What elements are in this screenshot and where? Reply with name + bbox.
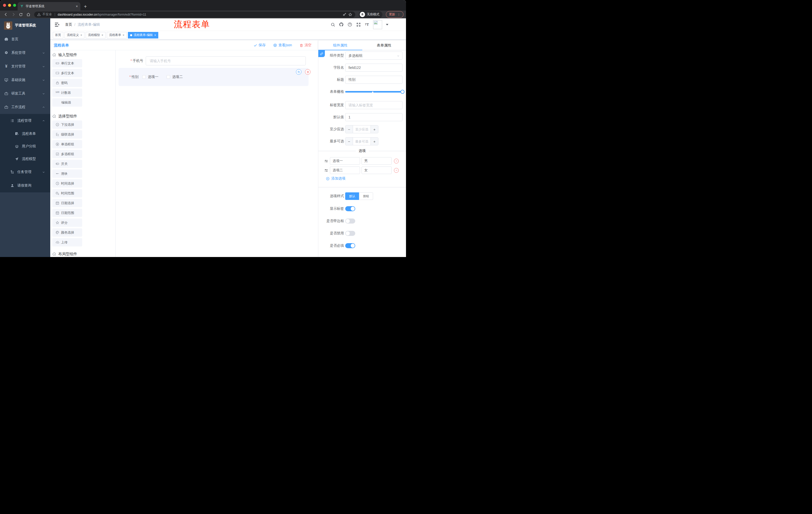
decrease-button[interactable]: −: [345, 138, 353, 145]
sidebar-item-process-mgmt[interactable]: 流程管理: [0, 114, 50, 128]
tab-component-props[interactable]: 组件属性: [318, 40, 362, 50]
github-icon[interactable]: [339, 22, 344, 27]
tag-close-icon[interactable]: ×: [80, 33, 82, 37]
required-toggle[interactable]: [345, 243, 355, 248]
increase-button[interactable]: +: [371, 138, 378, 145]
option-label-input[interactable]: [330, 157, 360, 165]
breadcrumb-home[interactable]: 首页: [65, 22, 72, 27]
slider-handle[interactable]: [401, 90, 405, 94]
minimize-window-button[interactable]: [8, 4, 11, 7]
component-rate[interactable]: 评分: [52, 218, 82, 227]
default-value-input[interactable]: [345, 113, 403, 121]
remove-option-button[interactable]: [394, 168, 399, 173]
sidebar-item-devtools[interactable]: 研发工具: [0, 87, 50, 100]
tag-close-icon[interactable]: ×: [102, 33, 103, 37]
sidebar-item-payment[interactable]: ¥ 支付管理: [0, 60, 50, 73]
add-option-button[interactable]: 添加选项: [326, 176, 406, 181]
component-time-range[interactable]: 时间范围: [52, 189, 82, 197]
tag-process-model[interactable]: 流程模型 ×: [86, 32, 106, 38]
forward-icon[interactable]: [10, 11, 17, 18]
option-value-input[interactable]: [361, 157, 392, 165]
component-select[interactable]: 下拉选择: [52, 120, 82, 129]
canvas-field-phone[interactable]: *手机号: [119, 56, 309, 65]
tag-process-definition[interactable]: 流程定义 ×: [64, 32, 84, 38]
sidebar-logo[interactable]: 芋道管理系统: [0, 18, 50, 32]
sidebar-item-system[interactable]: 系统管理: [0, 46, 50, 60]
gender-option1-checkbox[interactable]: 选项一: [142, 75, 158, 79]
fullscreen-icon[interactable]: [356, 22, 361, 27]
remove-option-button[interactable]: [394, 159, 399, 163]
option-value-input[interactable]: [361, 166, 392, 174]
font-size-icon[interactable]: TT: [365, 22, 369, 27]
gender-option2-checkbox[interactable]: 选项二: [167, 75, 183, 79]
title-input[interactable]: [345, 76, 403, 84]
component-time-picker[interactable]: 时间选择: [52, 179, 82, 188]
security-warning-icon[interactable]: [37, 13, 41, 16]
style-button-button[interactable]: 按钮: [359, 192, 373, 200]
component-counter[interactable]: 123 计数器: [52, 88, 82, 97]
max-select-input[interactable]: [353, 138, 371, 145]
update-button[interactable]: 更新 ⋮: [386, 11, 404, 18]
style-default-button[interactable]: 默认: [345, 192, 359, 200]
border-toggle[interactable]: [345, 218, 355, 223]
password-key-icon[interactable]: [343, 12, 346, 16]
form-grid-slider[interactable]: [345, 88, 403, 96]
label-width-input[interactable]: [345, 101, 403, 109]
component-checkbox-group[interactable]: 多选框组: [52, 150, 82, 158]
show-label-toggle[interactable]: [345, 206, 355, 211]
field-name-input[interactable]: [345, 64, 403, 72]
component-upload[interactable]: 上传: [52, 238, 82, 246]
sidebar-item-process-form[interactable]: 流程表单: [0, 128, 50, 140]
sidebar-item-home[interactable]: 首页: [0, 32, 50, 46]
save-button[interactable]: 保存: [254, 43, 266, 48]
link-icon[interactable]: [318, 50, 325, 57]
component-multi-text[interactable]: 多行文本: [52, 69, 82, 77]
slider-track[interactable]: [345, 91, 403, 92]
component-slider[interactable]: 滑块: [52, 169, 82, 178]
sidebar-item-infra[interactable]: 基础设施: [0, 73, 50, 87]
component-date-range[interactable]: 日期范围: [52, 209, 82, 217]
disabled-toggle[interactable]: [345, 231, 355, 236]
tag-home[interactable]: 首页: [53, 32, 63, 38]
option-label-input[interactable]: [330, 166, 360, 174]
component-password[interactable]: 密码: [52, 79, 82, 87]
home-icon[interactable]: [25, 11, 32, 18]
avatar[interactable]: [373, 20, 382, 29]
address-bar[interactable]: 不安全 dashboard.yudao.iocoder.cn/bpm/manag…: [34, 11, 355, 18]
duplicate-component-button[interactable]: [296, 69, 301, 75]
view-json-button[interactable]: 查看json: [273, 43, 292, 48]
phone-input[interactable]: [146, 56, 306, 65]
component-switch[interactable]: 开关: [52, 160, 82, 168]
clear-button[interactable]: 清空: [299, 43, 312, 48]
tag-close-icon[interactable]: ×: [123, 33, 124, 37]
new-tab-button[interactable]: +: [84, 4, 87, 9]
tab-close-icon[interactable]: ×: [76, 4, 78, 8]
drag-handle-icon[interactable]: [324, 168, 328, 172]
bookmark-star-icon[interactable]: [348, 12, 352, 17]
search-icon[interactable]: [330, 22, 335, 27]
component-single-text[interactable]: 单行文本: [52, 59, 82, 67]
component-color-picker[interactable]: 颜色选择: [52, 228, 82, 237]
component-date-picker[interactable]: 日期选择: [52, 199, 82, 207]
decrease-button[interactable]: −: [345, 126, 353, 133]
sidebar-item-leave-query[interactable]: 请假查询: [0, 179, 50, 192]
zoom-window-button[interactable]: [13, 4, 16, 7]
help-question-icon[interactable]: [347, 22, 352, 27]
increase-button[interactable]: +: [371, 126, 378, 133]
sidebar-item-process-model[interactable]: 流程模型: [0, 153, 50, 165]
tag-close-icon[interactable]: ×: [154, 33, 156, 37]
sidebar-item-user-group[interactable]: 用户分组: [0, 140, 50, 153]
sidebar-item-task-mgmt[interactable]: 任务管理: [0, 165, 50, 179]
min-select-input[interactable]: [353, 126, 371, 133]
close-window-button[interactable]: [3, 4, 6, 7]
reload-icon[interactable]: [18, 11, 24, 18]
component-type-select[interactable]: 多选框组: [345, 52, 403, 60]
component-radio-group[interactable]: 单选框组: [52, 140, 82, 148]
browser-tab[interactable]: 芋道管理系统 ×: [18, 2, 80, 10]
component-editor[interactable]: 编辑器: [52, 98, 82, 107]
tag-process-form-edit[interactable]: 流程表单-编辑 ×: [128, 32, 158, 38]
drag-handle-icon[interactable]: [324, 159, 328, 163]
tab-form-props[interactable]: 表单属性: [362, 40, 406, 50]
tag-process-form[interactable]: 流程表单 ×: [107, 32, 127, 38]
browser-menu-icon[interactable]: ⋮: [397, 12, 401, 16]
